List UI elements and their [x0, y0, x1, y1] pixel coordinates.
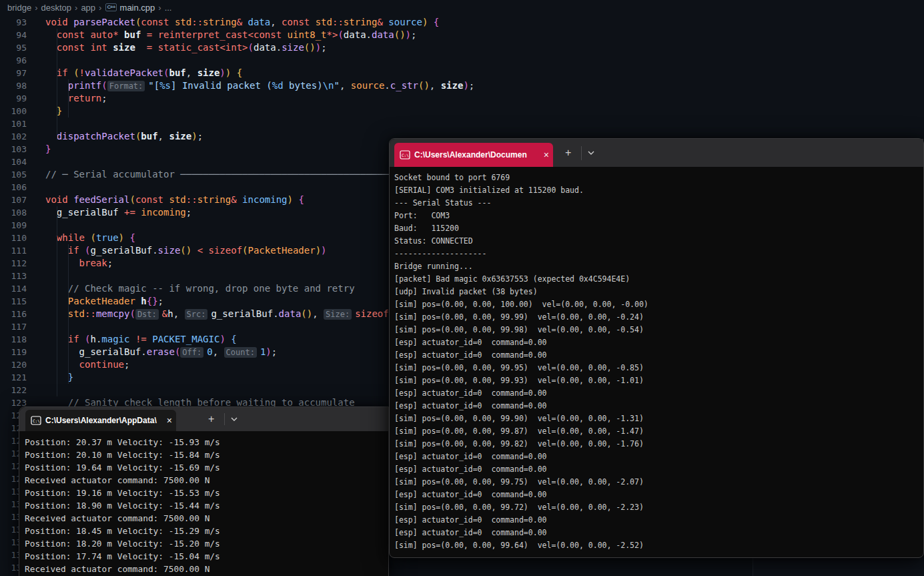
- line-number: 113: [0, 270, 27, 282]
- breadcrumb-item[interactable]: bridge: [7, 3, 31, 13]
- terminal-line: [udp] Invalid packet (38 bytes): [394, 286, 923, 298]
- indent-guide: [57, 206, 57, 396]
- terminal-line: Position: 19.16 m Velocity: -15.53 m/s: [25, 487, 388, 499]
- line-number: 96: [0, 54, 27, 67]
- terminal-line: Position: 18.90 m Velocity: -15.44 m/s: [25, 499, 388, 512]
- breadcrumb-separator: ›: [158, 3, 161, 13]
- line-number: 105: [0, 168, 27, 181]
- terminal-output[interactable]: Socket bound to port 6769[SERIAL] COM3 i…: [390, 167, 923, 559]
- breadcrumb-separator: ›: [99, 3, 101, 13]
- terminal-line: [esp] actuator_id=0 command=0.00: [394, 387, 923, 400]
- new-tab-button[interactable]: +: [565, 148, 571, 158]
- indent-guide: [68, 79, 69, 117]
- terminal-tab[interactable]: C:\ C:\Users\Alexander\AppData\ ×: [25, 410, 176, 431]
- terminal-line: Position: 20.10 m Velocity: -15.84 m/s: [25, 449, 388, 461]
- breadcrumb-item[interactable]: main.cpp: [120, 3, 155, 13]
- terminal-line: Received actuator command: 7500.00 N: [25, 512, 388, 525]
- line-number: 111: [0, 244, 27, 257]
- terminal-line: [sim] pos=(0.00, 0.00, 99.90) vel=(0.00,…: [394, 412, 923, 425]
- terminal-line: [sim] pos=(0.00, 0.00, 99.72) vel=(0.00,…: [394, 501, 923, 514]
- indent-guide: [68, 244, 69, 384]
- terminal-tab-bar: C:\ C:\Users\Alexander\Documen × +: [390, 139, 923, 167]
- code-line: 94 const auto* buf = reinterpret_cast<co…: [0, 29, 924, 41]
- terminal-line: [sim] pos=(0.00, 0.00, 99.87) vel=(0.00,…: [394, 425, 923, 438]
- code-line: 95 const int size = static_cast<int>(dat…: [0, 41, 924, 54]
- svg-text:C:\: C:\: [402, 153, 409, 158]
- chevron-down-icon[interactable]: [231, 416, 238, 422]
- line-number: 117: [0, 320, 27, 333]
- terminal-line: [sim] pos=(0.00, 0.00, 99.99) vel=(0.00,…: [394, 311, 923, 324]
- line-number: 102: [0, 130, 27, 143]
- terminal-line: [esp] actuator_id=0 command=0.00: [394, 349, 923, 362]
- line-number: 103: [0, 143, 27, 156]
- terminal-line: Bridge running...: [394, 260, 923, 273]
- terminal-line: [sim] pos=(0.00, 0.00, 100.00) vel=(0.00…: [394, 298, 923, 311]
- line-number: 99: [0, 92, 27, 105]
- line-number: 101: [0, 117, 27, 130]
- terminal-window-documents: C:\ C:\Users\Alexander\Documen × + Socke…: [389, 138, 924, 558]
- terminal-line: [sim] pos=(0.00, 0.00, 99.82) vel=(0.00,…: [394, 438, 923, 451]
- terminal-line: Position: 19.64 m Velocity: -15.69 m/s: [25, 461, 388, 474]
- terminal-line: [esp] actuator_id=0 command=0.00: [394, 489, 923, 501]
- terminal-tab-title: C:\Users\Alexander\AppData\: [45, 416, 163, 425]
- terminal-line: Position: 17.74 m Velocity: -15.04 m/s: [25, 550, 388, 563]
- terminal-line: [esp] actuator_id=0 command=0.00: [394, 527, 923, 539]
- code-line: 99 return;: [0, 92, 924, 105]
- terminal-line: Status: CONNECTED: [394, 235, 923, 248]
- close-tab-icon[interactable]: ×: [163, 416, 176, 425]
- terminal-output[interactable]: Position: 20.37 m Velocity: -15.93 m/sPo…: [19, 431, 388, 576]
- line-number: 110: [0, 232, 27, 244]
- background-panel: [753, 558, 924, 576]
- code-line: 101: [0, 117, 924, 130]
- terminal-tab-title: C:\Users\Alexander\Documen: [414, 150, 540, 160]
- terminal-line: --- Serial Status ---: [394, 197, 923, 210]
- terminal-line: [sim] pos=(0.00, 0.00, 99.95) vel=(0.00,…: [394, 362, 923, 374]
- new-tab-button[interactable]: +: [208, 414, 214, 424]
- terminal-line: [esp] actuator_id=0 command=0.00: [394, 514, 923, 527]
- cmd-prompt-icon: C:\: [400, 150, 410, 160]
- tab-bar-divider: [224, 413, 225, 425]
- line-number: 109: [0, 219, 27, 232]
- terminal-line: [esp] actuator_id=0 command=0.00: [394, 400, 923, 412]
- breadcrumb-separator: ›: [75, 3, 77, 13]
- code-line: 98 printf(Format:"[%s] Invalid packet (%…: [0, 79, 924, 92]
- line-number: 114: [0, 282, 27, 295]
- terminal-line: [esp] actuator_id=0 command=0.00: [394, 336, 923, 349]
- terminal-line: [SERIAL] COM3 initialized at 115200 baud…: [394, 184, 923, 197]
- close-tab-icon[interactable]: ×: [540, 150, 553, 160]
- line-number: 121: [0, 371, 27, 384]
- terminal-line: [sim] pos=(0.00, 0.00, 99.75) vel=(0.00,…: [394, 476, 923, 489]
- chevron-down-icon[interactable]: [588, 150, 594, 156]
- terminal-line: Position: 20.37 m Velocity: -15.93 m/s: [25, 436, 388, 449]
- cpp-file-icon: C++: [105, 3, 116, 11]
- line-number: 108: [0, 206, 27, 219]
- line-number: 93: [0, 16, 27, 29]
- line-number: 115: [0, 295, 27, 308]
- indent-guide: [57, 29, 57, 139]
- terminal-line: [esp] actuator_id=0 command=0.00: [394, 463, 923, 476]
- terminal-tab[interactable]: C:\ C:\Users\Alexander\Documen ×: [394, 143, 553, 167]
- breadcrumb-item[interactable]: desktop: [41, 3, 71, 13]
- terminal-tab-bar: C:\ C:\Users\Alexander\AppData\ × +: [19, 407, 388, 431]
- code-line: 93void parsePacket(const std::string& da…: [0, 16, 924, 29]
- terminal-line: Position: 18.45 m Velocity: -15.29 m/s: [25, 525, 388, 537]
- terminal-line: [sim] pos=(0.00, 0.00, 99.93) vel=(0.00,…: [394, 374, 923, 387]
- line-number: 94: [0, 29, 27, 41]
- terminal-line: [packet] Bad magic 0x63637553 (expected …: [394, 273, 923, 286]
- code-line: 100 }: [0, 105, 924, 117]
- line-number: 106: [0, 181, 27, 194]
- breadcrumb: bridge›desktop›app›C++main.cpp›...: [0, 0, 924, 15]
- breadcrumb-item[interactable]: app: [81, 3, 95, 13]
- code-line: 96: [0, 54, 924, 67]
- terminal-line: Position: 18.20 m Velocity: -15.20 m/s: [25, 537, 388, 550]
- line-number: 118: [0, 333, 27, 346]
- breadcrumb-item[interactable]: ...: [165, 3, 172, 13]
- line-number: 98: [0, 79, 27, 92]
- line-number: 97: [0, 67, 27, 79]
- cmd-prompt-icon: C:\: [31, 416, 41, 425]
- terminal-line: Received actuator command: 7500.00 N: [25, 563, 388, 575]
- terminal-line: [sim] pos=(0.00, 0.00, 99.98) vel=(0.00,…: [394, 324, 923, 336]
- tab-bar-divider: [581, 146, 582, 160]
- line-number: 119: [0, 346, 27, 358]
- line-number: 100: [0, 105, 27, 117]
